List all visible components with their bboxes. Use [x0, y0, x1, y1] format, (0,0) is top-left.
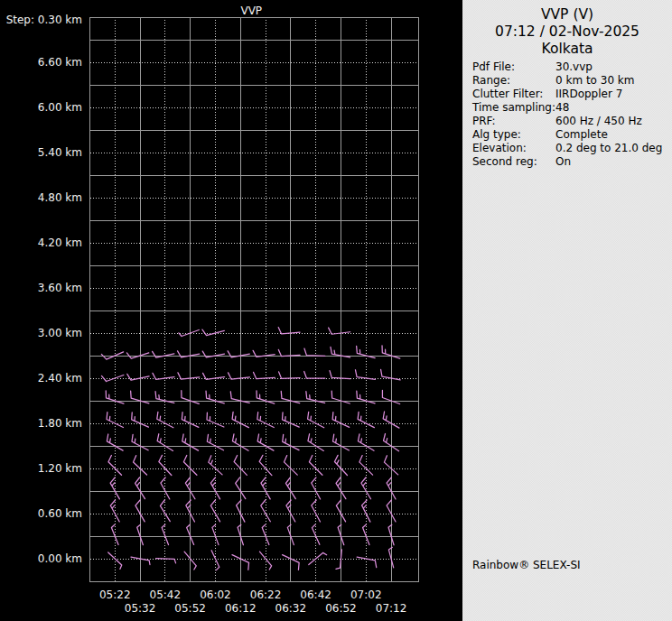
info-row: Clutter Filter:IIRDoppler 7: [462, 88, 672, 101]
info-row: Second reg:On: [462, 155, 672, 169]
y-axis-label: 0.60 km: [38, 507, 82, 520]
x-axis-label: 06:12: [225, 602, 257, 615]
wind-barb: [359, 456, 373, 476]
info-value: Complete: [555, 128, 608, 142]
wind-barb: [262, 524, 269, 544]
wind-barb: [309, 456, 322, 476]
wind-barbs: [101, 328, 400, 570]
wind-barb: [357, 391, 375, 403]
wind-barb: [357, 557, 377, 567]
wind-barb: [162, 524, 168, 544]
panel-info-list: Pdf File:30.vvpRange:0 km to 30 kmClutte…: [462, 60, 672, 169]
wind-barb: [107, 412, 123, 428]
x-axis-label: 07:02: [350, 589, 382, 601]
wind-barb: [111, 524, 118, 544]
info-row: Range:0 km to 30 km: [462, 74, 672, 88]
wind-barb: [308, 412, 324, 428]
wind-barb: [202, 351, 224, 357]
y-axis-label: 6.60 km: [38, 56, 82, 69]
wind-barb: [203, 373, 225, 379]
info-label: Range:: [472, 74, 510, 88]
wind-barb: [306, 392, 325, 403]
y-axis-label: 4.80 km: [38, 191, 82, 204]
y-axis-label: 1.80 km: [38, 417, 82, 430]
info-label: Time sampling:: [472, 101, 555, 115]
wind-barb: [127, 374, 149, 380]
panel-datetime: 07:12 / 02-Nov-2025: [462, 23, 672, 41]
info-value: 0.2 deg to 21.0 deg: [555, 142, 662, 155]
x-axis-label: 07:12: [376, 602, 407, 615]
wind-barb: [156, 559, 176, 563]
wind-barb: [108, 552, 122, 569]
panel-header: VVP (V) 07:12 / 02-Nov-2025 Kolkata: [462, 0, 672, 57]
y-axis-label: 0.00 km: [38, 552, 82, 565]
wind-barb: [278, 328, 300, 334]
y-axis-label: 6.00 km: [38, 101, 82, 114]
wind-barb: [304, 371, 325, 378]
wind-barb: [358, 412, 374, 427]
x-axis-label: 05:52: [174, 602, 206, 615]
wind-barb: [207, 412, 224, 427]
info-label: Clutter Filter:: [472, 88, 543, 101]
y-axis-label: 3.00 km: [38, 327, 82, 339]
wind-barb: [329, 328, 350, 334]
info-label: Second reg:: [472, 155, 537, 169]
wind-barb: [254, 372, 275, 378]
wind-barb: [155, 392, 174, 403]
info-value: On: [555, 155, 571, 169]
plot-title: VVP: [240, 5, 262, 17]
wind-barb: [206, 391, 224, 403]
y-axis-label: 4.20 km: [38, 236, 82, 249]
wind-barb: [209, 456, 222, 475]
wind-barb: [279, 372, 300, 378]
y-axis-label: 1.20 km: [38, 462, 82, 475]
info-label: Alg type:: [472, 128, 521, 142]
x-axis-label: 06:42: [300, 589, 331, 601]
panel-title: VVP (V): [462, 6, 672, 23]
wind-barb: [153, 373, 174, 379]
info-row: Elevation:0.2 deg to 21.0 deg: [462, 142, 672, 155]
x-axis-label: 06:02: [200, 589, 231, 601]
info-row: PRF:600 Hz / 450 Hz: [462, 115, 672, 128]
x-axis-label: 06:32: [275, 602, 307, 615]
info-label: Elevation:: [472, 142, 527, 155]
vvp-window: { "window": { "width": 744, "height": 68…: [0, 0, 672, 621]
wind-barb: [202, 329, 224, 336]
wind-barb: [229, 373, 250, 379]
x-axis-label: 06:52: [325, 602, 357, 615]
info-label: PRF:: [472, 115, 496, 128]
x-axis-label: 06:22: [250, 589, 282, 601]
info-value: 48: [555, 101, 569, 115]
x-axis-label: 05:42: [150, 589, 182, 601]
x-axis-label: 05:22: [99, 589, 131, 601]
wind-barb: [363, 524, 369, 544]
wind-barb: [381, 369, 401, 379]
info-value: 0 km to 30 km: [555, 74, 635, 88]
wind-barb: [212, 524, 219, 544]
wind-barb: [108, 456, 122, 476]
info-row: Time sampling:48: [462, 101, 672, 115]
info-row: Pdf File:30.vvp: [462, 60, 672, 74]
wind-barb: [153, 351, 174, 357]
y-axis-label: 5.40 km: [38, 146, 82, 159]
panel-station: Kolkata: [462, 41, 672, 58]
info-value: 600 Hz / 450 Hz: [555, 115, 642, 128]
y-axis-label: 3.60 km: [38, 282, 82, 294]
info-value: IIRDoppler 7: [555, 88, 622, 101]
wind-barb: [157, 412, 173, 428]
wind-barb: [228, 351, 249, 357]
info-label: Pdf File:: [472, 60, 515, 74]
info-panel: VVP (V) 07:12 / 02-Nov-2025 Kolkata Pdf …: [462, 0, 672, 621]
y-axis-label: 2.40 km: [38, 372, 82, 385]
wind-barb: [257, 412, 274, 428]
wind-barb: [330, 371, 350, 379]
info-value: 30.vvp: [555, 60, 593, 74]
brand-footer: Rainbow® SELEX-SI: [472, 559, 581, 572]
wind-barb: [304, 348, 325, 356]
info-row: Alg type:Complete: [462, 128, 672, 142]
x-axis-label: 05:32: [125, 602, 156, 615]
step-label: Step: 0.30 km: [6, 14, 82, 26]
wind-barb: [178, 351, 200, 357]
